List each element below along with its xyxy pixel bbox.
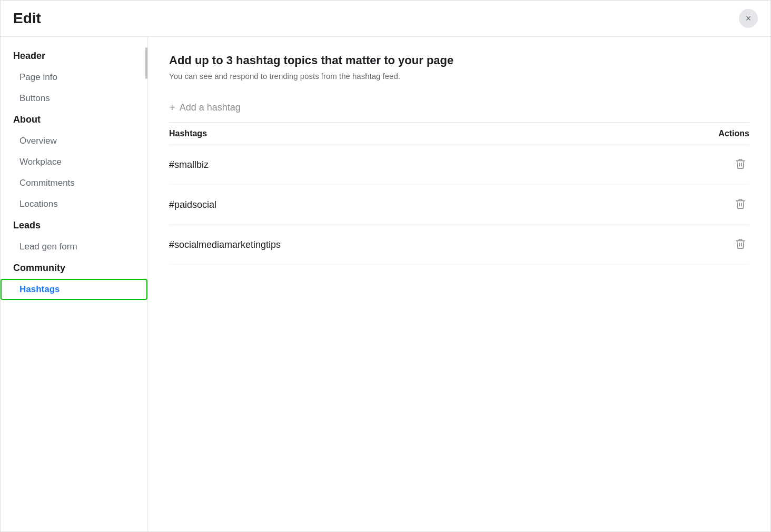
modal-title: Edit	[13, 10, 41, 27]
main-content: Add up to 3 hashtag topics that matter t…	[148, 37, 770, 531]
trash-icon-2	[735, 198, 745, 209]
sidebar-item-workplace[interactable]: Workplace	[1, 152, 147, 173]
trash-icon-1	[735, 158, 745, 169]
hashtag-actions-2	[624, 185, 749, 225]
main-subtitle: You can see and respond to trending post…	[169, 72, 749, 81]
sidebar-item-lead-gen-form[interactable]: Lead gen form	[1, 236, 147, 257]
add-hashtag-plus-icon: +	[169, 102, 175, 114]
col-header-actions: Actions	[624, 123, 749, 145]
sidebar: Header Page info Buttons About Overview …	[1, 37, 148, 531]
hashtag-value-1: #smallbiz	[169, 145, 624, 185]
sidebar-section-about: About	[1, 109, 147, 131]
sidebar-section-header: Header	[1, 45, 147, 67]
hashtag-actions-1	[624, 145, 749, 185]
add-hashtag-button[interactable]: + Add a hashtag	[169, 93, 749, 123]
hashtag-value-3: #socialmediamarketingtips	[169, 225, 624, 265]
modal-body: Header Page info Buttons About Overview …	[1, 37, 770, 531]
close-button[interactable]: ×	[739, 9, 758, 28]
sidebar-item-page-info[interactable]: Page info	[1, 67, 147, 88]
hashtag-value-2: #paidsocial	[169, 185, 624, 225]
sidebar-item-buttons[interactable]: Buttons	[1, 88, 147, 109]
hashtag-row-3: #socialmediamarketingtips	[169, 225, 749, 265]
sidebar-item-locations[interactable]: Locations	[1, 194, 147, 215]
delete-hashtag-3-button[interactable]	[730, 236, 749, 254]
delete-hashtag-1-button[interactable]	[730, 156, 749, 174]
hashtag-row-2: #paidsocial	[169, 185, 749, 225]
sidebar-section-community: Community	[1, 257, 147, 279]
hashtags-table: Hashtags Actions #smallbiz	[169, 123, 749, 265]
sidebar-item-hashtags[interactable]: Hashtags	[1, 279, 147, 300]
delete-hashtag-2-button[interactable]	[730, 196, 749, 214]
modal-header: Edit ×	[1, 1, 770, 37]
sidebar-item-commitments[interactable]: Commitments	[1, 173, 147, 194]
sidebar-item-overview[interactable]: Overview	[1, 131, 147, 152]
main-title: Add up to 3 hashtag topics that matter t…	[169, 54, 749, 67]
col-header-hashtags: Hashtags	[169, 123, 624, 145]
hashtag-row-1: #smallbiz	[169, 145, 749, 185]
add-hashtag-label: Add a hashtag	[180, 102, 241, 113]
sidebar-section-leads: Leads	[1, 215, 147, 236]
trash-icon-3	[735, 238, 745, 249]
edit-modal: Edit × Header Page info Buttons About Ov…	[0, 0, 771, 532]
hashtag-actions-3	[624, 225, 749, 265]
